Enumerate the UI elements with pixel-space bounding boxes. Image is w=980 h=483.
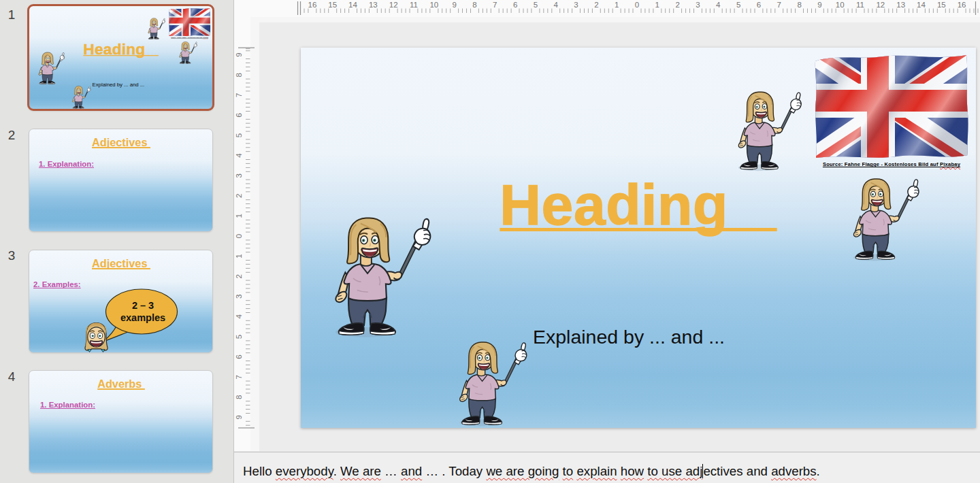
svg-text:14: 14 — [917, 1, 926, 9]
svg-text:9: 9 — [817, 1, 821, 9]
svg-text:12: 12 — [389, 1, 398, 9]
svg-text:15: 15 — [937, 1, 946, 9]
svg-text:11: 11 — [410, 1, 418, 9]
svg-text:4: 4 — [716, 1, 721, 9]
svg-text:1: 1 — [615, 1, 619, 9]
svg-text:2 – 3: 2 – 3 — [132, 300, 154, 311]
svg-text:13: 13 — [896, 1, 905, 9]
svg-text:8: 8 — [235, 73, 243, 77]
svg-text:6: 6 — [757, 1, 761, 9]
svg-text:16: 16 — [308, 1, 317, 9]
svg-text:1: 1 — [235, 214, 243, 218]
svg-text:examples: examples — [120, 312, 165, 323]
svg-text:10: 10 — [429, 1, 438, 9]
svg-text:9: 9 — [452, 1, 456, 9]
svg-text:1: 1 — [235, 254, 243, 258]
svg-text:16: 16 — [958, 1, 966, 9]
svg-text:9: 9 — [235, 52, 243, 56]
svg-text:2: 2 — [235, 274, 243, 278]
svg-text:12: 12 — [876, 1, 885, 9]
svg-text:4: 4 — [553, 1, 558, 9]
svg-text:5: 5 — [534, 1, 538, 9]
svg-text:0: 0 — [235, 234, 243, 238]
svg-text:8: 8 — [472, 1, 476, 9]
svg-text:3: 3 — [696, 1, 700, 9]
svg-text:5: 5 — [235, 335, 243, 339]
svg-text:3: 3 — [574, 1, 578, 9]
svg-text:3: 3 — [235, 295, 243, 299]
svg-text:8: 8 — [235, 395, 243, 399]
svg-text:6: 6 — [513, 1, 517, 9]
svg-text:6: 6 — [235, 354, 243, 359]
svg-text:0: 0 — [635, 1, 639, 9]
svg-text:2: 2 — [594, 1, 598, 9]
svg-text:7: 7 — [777, 1, 781, 9]
svg-text:4: 4 — [235, 153, 243, 158]
svg-text:7: 7 — [493, 1, 497, 9]
svg-text:5: 5 — [235, 133, 243, 137]
svg-text:2: 2 — [235, 194, 243, 198]
svg-text:6: 6 — [235, 113, 243, 117]
svg-text:15: 15 — [328, 1, 337, 9]
svg-text:8: 8 — [797, 1, 801, 9]
svg-text:14: 14 — [348, 1, 357, 9]
svg-text:4: 4 — [235, 314, 243, 319]
svg-text:7: 7 — [235, 93, 243, 97]
svg-text:3: 3 — [235, 173, 243, 178]
svg-text:9: 9 — [235, 415, 243, 419]
svg-text:5: 5 — [736, 1, 740, 9]
svg-text:13: 13 — [369, 1, 378, 9]
svg-text:10: 10 — [836, 1, 845, 9]
svg-text:7: 7 — [235, 375, 243, 379]
svg-text:2: 2 — [675, 1, 679, 9]
svg-text:11: 11 — [856, 1, 864, 9]
svg-text:1: 1 — [655, 1, 659, 9]
